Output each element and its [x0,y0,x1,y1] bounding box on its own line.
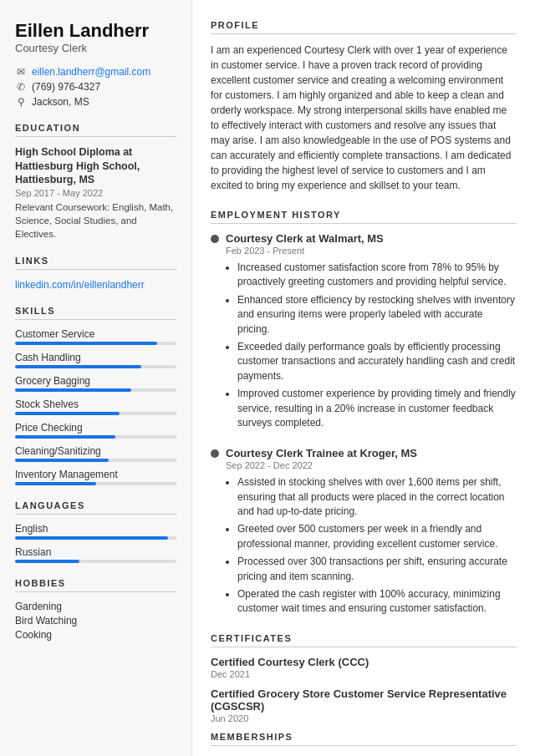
cert-date: Dec 2021 [211,669,517,679]
skill-bar-bg [15,482,176,485]
skill-bar-fill [15,388,131,392]
job-title-text: Courtesy Clerk at Walmart, MS [226,232,384,245]
skill-item: Customer Service [15,328,176,345]
hobby-item: Cooking [15,629,176,641]
skill-item: Stock Shelves [15,398,176,415]
language-item: Russian [15,546,176,563]
email-icon: ✉ [15,66,27,78]
certificate-item: Certified Courtesy Clerk (CCC) Dec 2021 [211,656,517,679]
email-link[interactable]: eillen.landherr@gmail.com [32,66,150,78]
job-bullets: Assisted in stocking shelves with over 1… [226,475,517,616]
languages-section-title: LANGUAGES [15,500,176,515]
candidate-name: Eillen Landherr [15,20,176,42]
skill-item: Price Checking [15,422,176,439]
list-item: Increased customer satisfaction score fr… [237,261,517,290]
cert-name: Certified Courtesy Clerk (CCC) [211,656,517,668]
profile-text: I am an experienced Courtesy Clerk with … [211,43,517,193]
language-bar-fill [15,536,168,540]
memberships-section-title: MEMBERSHIPS [211,732,517,746]
list-item: Operated the cash register with 100% acc… [237,587,517,616]
right-column: PROFILE I am an experienced Courtesy Cle… [192,0,535,756]
certificates-section-title: CERTIFICATES [211,633,517,647]
job-title: Courtesy Clerk at Walmart, MS [211,232,517,245]
edu-degree: High School Diploma at Hattiesburg High … [15,145,176,186]
job-dot [211,235,219,243]
phone-number: (769) 976-4327 [32,81,100,93]
skill-bar-bg [15,435,176,439]
skill-item: Grocery Bagging [15,375,176,392]
skill-label: Stock Shelves [15,398,176,410]
cert-date: Jun 2020 [211,713,517,723]
skill-bar-fill [15,412,120,415]
skill-label: Price Checking [15,422,176,434]
language-label: English [15,523,176,535]
skill-item: Cleaning/Sanitizing [15,445,176,462]
employment-list: Courtesy Clerk at Walmart, MS Feb 2023 -… [211,232,517,616]
resume-container: Eillen Landherr Courtesy Clerk ✉ eillen.… [0,0,535,756]
hobby-item: Bird Watching [15,615,176,627]
location-contact: ⚲ Jackson, MS [15,96,176,108]
email-contact: ✉ eillen.landherr@gmail.com [15,66,176,78]
location-icon: ⚲ [15,96,27,108]
skill-bar-bg [15,459,176,462]
skill-bar-bg [15,365,176,368]
certificates-list: Certified Courtesy Clerk (CCC) Dec 2021 … [211,656,517,723]
job-title-text: Courtesy Clerk Trainee at Kroger, MS [226,447,417,459]
contact-block: ✉ eillen.landherr@gmail.com ✆ (769) 976-… [15,66,176,108]
skill-bar-fill [15,365,141,368]
left-column: Eillen Landherr Courtesy Clerk ✉ eillen.… [0,0,192,756]
skill-bar-bg [15,412,176,415]
list-item: Assisted in stocking shelves with over 1… [237,475,517,519]
hobbies-list: GardeningBird WatchingCooking [15,601,176,641]
hobbies-section-title: HOBBIES [15,578,176,592]
skills-section-title: SKILLS [15,306,176,320]
employment-section-title: EMPLOYMENT HISTORY [211,210,517,224]
candidate-title: Courtesy Clerk [15,42,176,54]
skill-bar-bg [15,388,176,392]
job-title: Courtesy Clerk Trainee at Kroger, MS [211,447,517,459]
job-dates: Sep 2022 - Dec 2022 [226,460,517,470]
list-item: Greeted over 500 customers per week in a… [237,522,517,551]
job-dates: Feb 2023 - Present [226,246,517,256]
job-dot [211,449,219,458]
skill-bar-fill [15,342,157,345]
linkedin-link[interactable]: linkedin.com/in/eillenlandherr [15,279,145,291]
language-bar-bg [15,536,176,540]
employment-job: Courtesy Clerk Trainee at Kroger, MS Sep… [211,447,517,616]
education-section-title: EDUCATION [15,123,176,137]
language-bar-bg [15,560,176,563]
list-item: Processed over 300 transactions per shif… [237,555,517,584]
hobby-item: Gardening [15,601,176,612]
phone-icon: ✆ [15,81,27,93]
edu-dates: Sep 2017 - May 2022 [15,188,176,198]
skill-bar-bg [15,342,176,345]
skill-label: Grocery Bagging [15,375,176,387]
skill-bar-fill [15,435,115,439]
employment-job: Courtesy Clerk at Walmart, MS Feb 2023 -… [211,232,517,430]
languages-list: English Russian [15,523,176,563]
list-item: Enhanced store efficiency by restocking … [237,293,517,337]
linkedin-link-item: linkedin.com/in/eillenlandherr [15,278,176,291]
location-text: Jackson, MS [32,96,89,108]
phone-contact: ✆ (769) 976-4327 [15,81,176,93]
language-bar-fill [15,560,79,563]
skill-label: Cleaning/Sanitizing [15,445,176,457]
links-section-title: LINKS [15,256,176,270]
skills-list: Customer Service Cash Handling Grocery B… [15,328,176,485]
list-item: Improved customer experience by providin… [237,387,517,430]
skill-item: Inventory Management [15,469,176,485]
profile-section-title: PROFILE [211,20,517,34]
skill-bar-fill [15,459,109,462]
job-bullets: Increased customer satisfaction score fr… [226,261,517,430]
language-item: English [15,523,176,540]
language-label: Russian [15,546,176,558]
edu-courses: Relevant Coursework: English, Math, Scie… [15,200,176,241]
skill-item: Cash Handling [15,352,176,368]
skill-bar-fill [15,482,96,485]
skill-label: Cash Handling [15,352,176,363]
list-item: Exceeded daily performance goals by effi… [237,340,517,383]
certificate-item: Certified Grocery Store Customer Service… [211,688,517,723]
cert-name: Certified Grocery Store Customer Service… [211,688,517,713]
skill-label: Inventory Management [15,469,176,480]
skill-label: Customer Service [15,328,176,340]
